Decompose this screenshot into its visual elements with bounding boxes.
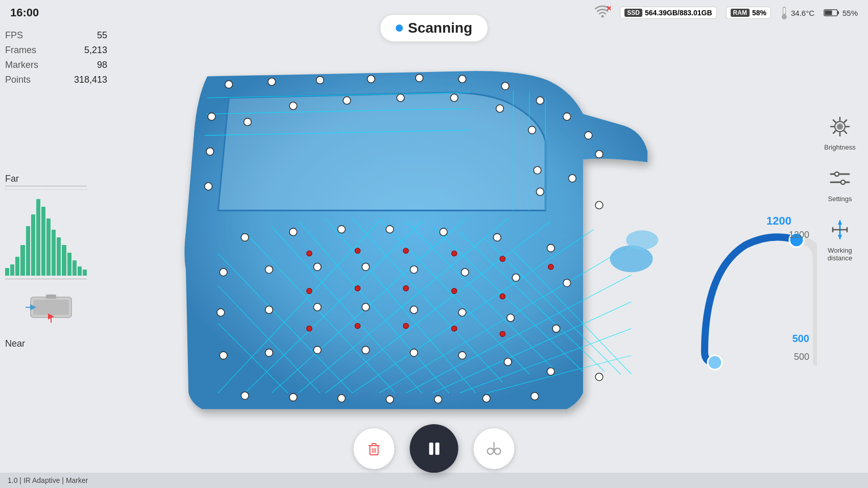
svg-point-92 — [552, 325, 560, 332]
svg-point-76 — [547, 245, 554, 252]
wd-arc-svg — [694, 230, 817, 373]
svg-point-95 — [314, 346, 321, 354]
settings-button[interactable]: Settings — [826, 164, 854, 203]
svg-rect-133 — [429, 443, 433, 455]
svg-point-141 — [837, 124, 843, 130]
svg-point-47 — [316, 77, 324, 84]
frames-row: Frames 5,213 — [5, 43, 107, 58]
wd-bottom-value2: 500 — [794, 352, 809, 362]
markers-label: Markers — [5, 60, 38, 70]
far-label: Far — [5, 174, 87, 186]
working-distance-button[interactable]: Working distance — [817, 215, 863, 262]
svg-point-121 — [355, 323, 360, 329]
fps-row: FPS 55 — [5, 28, 107, 43]
svg-point-108 — [531, 393, 539, 400]
wifi-x-icon — [594, 5, 611, 21]
svg-point-91 — [507, 314, 515, 322]
svg-point-46 — [268, 78, 276, 86]
svg-point-60 — [595, 202, 603, 209]
scanner-model-icon — [20, 287, 82, 328]
scissors-icon — [486, 440, 503, 457]
svg-point-86 — [266, 306, 273, 314]
frames-label: Frames — [5, 45, 36, 56]
svg-point-65 — [450, 94, 458, 102]
delete-button[interactable] — [354, 428, 395, 469]
svg-point-93 — [220, 352, 227, 359]
histogram-bar — [41, 207, 45, 276]
wd-mid-value: 1200 — [789, 230, 809, 240]
brightness-button[interactable]: Brightness — [824, 112, 855, 151]
working-distance-slider: 1200 1200 500 500 — [705, 214, 807, 393]
svg-line-147 — [844, 131, 847, 133]
svg-rect-8 — [825, 11, 832, 15]
histogram-bar — [67, 253, 71, 276]
svg-point-0 — [601, 15, 604, 17]
pause-button[interactable] — [410, 424, 459, 473]
cut-button[interactable] — [474, 428, 515, 469]
car-door-visualization — [102, 28, 710, 457]
svg-point-94 — [266, 349, 273, 357]
histogram-bottom-line — [5, 279, 87, 279]
working-distance-label: Working distance — [817, 247, 863, 262]
svg-point-115 — [307, 288, 312, 294]
points-row: Points 318,413 — [5, 72, 107, 87]
svg-point-122 — [403, 323, 409, 329]
svg-point-50 — [459, 76, 466, 83]
svg-rect-10 — [33, 300, 69, 315]
settings-label: Settings — [828, 195, 852, 203]
bottom-controls — [354, 424, 515, 473]
status-text: 1.0 | IR Adaptive | Marker — [8, 476, 88, 484]
histogram-bar — [57, 237, 61, 276]
fps-value: 55 — [97, 30, 107, 41]
svg-point-62 — [290, 102, 297, 110]
svg-point-125 — [610, 246, 653, 273]
ram-value: 58% — [752, 9, 766, 17]
svg-point-102 — [241, 392, 249, 400]
svg-rect-153 — [841, 180, 845, 184]
histogram-bar — [73, 260, 77, 276]
svg-point-88 — [362, 303, 370, 311]
ssd-label: SSD — [624, 9, 642, 17]
points-label: Points — [5, 75, 31, 85]
svg-point-106 — [435, 396, 442, 403]
right-panel: Brightness Settings Working distance — [817, 112, 863, 262]
svg-point-119 — [500, 294, 505, 299]
histogram-bar — [36, 199, 40, 276]
histogram-bar — [20, 245, 25, 276]
svg-point-111 — [403, 248, 409, 254]
ssd-badge: SSD 564.39GB/883.01GB — [620, 7, 716, 19]
svg-point-57 — [206, 148, 214, 155]
svg-point-107 — [483, 395, 490, 402]
svg-point-82 — [461, 269, 469, 276]
points-value: 318,413 — [74, 75, 107, 85]
svg-point-72 — [337, 226, 345, 233]
svg-point-68 — [534, 166, 541, 174]
svg-rect-152 — [835, 172, 839, 176]
svg-point-75 — [493, 234, 501, 241]
histogram-panel: Far Near — [5, 174, 87, 349]
ssd-value: 564.39GB/883.01GB — [645, 9, 712, 17]
svg-point-81 — [410, 266, 418, 274]
svg-point-69 — [536, 188, 544, 196]
svg-point-63 — [343, 97, 351, 105]
histogram-bar — [26, 226, 30, 276]
ram-label: RAM — [731, 9, 750, 17]
svg-point-48 — [367, 76, 375, 83]
svg-rect-5 — [783, 8, 785, 14]
histogram-bar — [15, 257, 19, 276]
svg-point-79 — [314, 263, 321, 271]
fps-label: FPS — [5, 30, 23, 41]
svg-point-87 — [314, 303, 321, 311]
bottom-status-bar: 1.0 | IR Adaptive | Marker — [0, 473, 868, 488]
svg-point-113 — [500, 256, 505, 262]
svg-marker-155 — [838, 219, 842, 225]
stats-panel: FPS 55 Frames 5,213 Markers 98 Points 31… — [5, 28, 107, 87]
svg-line-149 — [833, 131, 836, 133]
svg-point-73 — [386, 226, 394, 233]
svg-point-101 — [595, 373, 603, 381]
svg-point-67 — [528, 126, 536, 134]
main-canvas — [102, 28, 710, 457]
svg-point-70 — [241, 234, 249, 241]
svg-point-56 — [208, 113, 215, 120]
svg-point-110 — [355, 248, 360, 254]
